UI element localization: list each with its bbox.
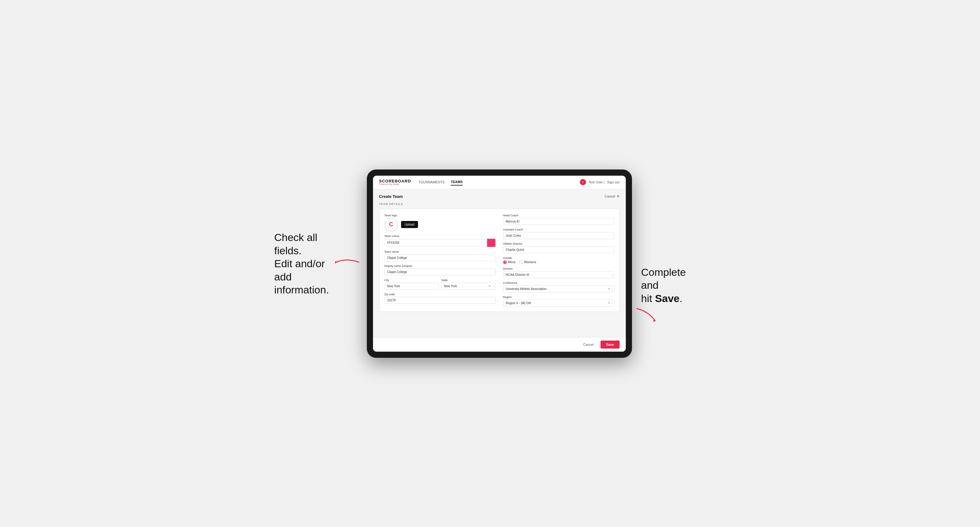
- state-input-wrap: ✕ ⌄: [441, 283, 496, 290]
- asst-coach-label: Assistant Coach: [503, 228, 614, 231]
- save-button[interactable]: Save: [600, 341, 620, 349]
- conference-group: Conference ✕ ⌄: [503, 281, 614, 292]
- conference-controls: ✕ ⌄: [608, 287, 613, 290]
- user-label: Test User |: [589, 180, 605, 184]
- page-title: Create Team: [379, 194, 403, 199]
- region-clear-icon[interactable]: ✕: [608, 302, 610, 305]
- upload-button[interactable]: Upload: [401, 221, 418, 228]
- head-coach-label: Head Coach: [503, 214, 614, 217]
- right-arrow-icon: [633, 305, 658, 324]
- region-select-wrap: ✕ ⌄: [503, 300, 614, 306]
- tablet-screen: SCOREBOARD Powered by clippd TOURNAMENTS…: [373, 176, 626, 352]
- display-name-input[interactable]: [384, 268, 496, 276]
- nav-links: TOURNAMENTS TEAMS: [418, 179, 462, 186]
- asst-coach-input[interactable]: [503, 232, 614, 239]
- display-name-group: Display name (unique): [384, 264, 496, 276]
- logo-preview-row: C Upload: [384, 218, 496, 232]
- header-cancel-btn[interactable]: Cancel ✕: [605, 194, 619, 198]
- zip-label: Zip code: [384, 293, 496, 296]
- logo-circle: C: [384, 218, 398, 232]
- navbar: SCOREBOARD Powered by clippd TOURNAMENTS…: [373, 176, 626, 189]
- brand-title: SCOREBOARD: [379, 179, 411, 183]
- radio-mens-dot: [503, 260, 507, 264]
- team-colour-group: Team colour: [384, 235, 496, 247]
- state-group: State ✕ ⌄: [441, 279, 496, 290]
- nav-tournaments[interactable]: TOURNAMENTS: [418, 179, 444, 185]
- team-colour-input[interactable]: [384, 239, 487, 246]
- city-state-group: City State ✕ ⌄: [384, 279, 496, 290]
- athletic-dir-input[interactable]: [503, 246, 614, 253]
- display-name-label: Display name (unique): [384, 264, 496, 268]
- right-column: Head Coach Assistant Coach Athletic Dire…: [503, 214, 614, 306]
- conference-label: Conference: [503, 281, 614, 284]
- brand-sub: Powered by clippd: [379, 183, 411, 185]
- cancel-button[interactable]: Cancel: [579, 341, 597, 348]
- left-annotation: Check all fields. Edit and/or add inform…: [274, 231, 342, 297]
- state-input[interactable]: [441, 283, 496, 290]
- region-label: Region: [503, 295, 614, 298]
- gender-group: Gender Mens Womens: [503, 256, 614, 264]
- gender-womens-option[interactable]: Womens: [519, 260, 536, 264]
- division-select-wrap: ⌄: [503, 271, 614, 278]
- close-icon: ✕: [617, 194, 620, 198]
- division-label: Division: [503, 267, 614, 270]
- city-group: City: [384, 279, 439, 290]
- left-column: Team logo C Upload Team colo: [384, 214, 496, 306]
- conference-select-wrap: ✕ ⌄: [503, 286, 614, 292]
- main-content: Create Team Cancel ✕ TEAM DETAILS: [373, 189, 626, 337]
- left-arrow-icon: [334, 256, 362, 268]
- brand: SCOREBOARD Powered by clippd: [379, 179, 411, 185]
- region-chevron-icon: ⌄: [611, 302, 613, 305]
- zip-group: Zip code: [384, 293, 496, 304]
- head-coach-group: Head Coach: [503, 214, 614, 225]
- tablet-device: SCOREBOARD Powered by clippd TOURNAMENTS…: [367, 170, 632, 358]
- region-controls: ✕ ⌄: [608, 302, 613, 305]
- head-coach-input[interactable]: [503, 218, 614, 225]
- team-logo-section: Team logo C Upload: [384, 214, 496, 232]
- team-logo-label: Team logo: [384, 214, 496, 217]
- athletic-dir-label: Athletic Director: [503, 242, 614, 245]
- team-name-group: Team name: [384, 250, 496, 261]
- region-group: Region ✕ ⌄: [503, 295, 614, 306]
- right-annotation: Complete and hit Save.: [641, 266, 706, 305]
- state-label: State: [441, 279, 496, 282]
- page-header: Create Team Cancel ✕: [379, 194, 620, 199]
- division-chevron-icon: ⌄: [611, 273, 613, 276]
- team-colour-label: Team colour: [384, 235, 496, 238]
- section-label: TEAM DETAILS: [379, 203, 620, 206]
- form-footer: Cancel Save: [373, 337, 626, 352]
- nav-teams[interactable]: TEAMS: [451, 179, 463, 186]
- form-grid: Team logo C Upload Team colo: [384, 214, 614, 306]
- asst-coach-group: Assistant Coach: [503, 228, 614, 239]
- navbar-left: SCOREBOARD Powered by clippd TOURNAMENTS…: [379, 179, 463, 186]
- conference-input[interactable]: [503, 286, 614, 292]
- conference-clear-icon[interactable]: ✕: [608, 287, 610, 290]
- region-input[interactable]: [503, 300, 614, 306]
- city-label: City: [384, 279, 439, 282]
- conference-chevron-icon: ⌄: [611, 287, 613, 290]
- city-input[interactable]: [384, 283, 439, 290]
- division-group: Division ⌄: [503, 267, 614, 278]
- gender-mens-option[interactable]: Mens: [503, 260, 515, 264]
- navbar-right: T Test User | Sign out: [580, 179, 620, 185]
- radio-womens-dot: [519, 260, 523, 264]
- division-controls: ⌄: [611, 273, 613, 276]
- team-name-label: Team name: [384, 250, 496, 253]
- city-state-row: City State ✕ ⌄: [384, 279, 496, 290]
- sign-out-link[interactable]: Sign out: [607, 180, 619, 184]
- user-avatar: T: [580, 179, 586, 185]
- zip-input[interactable]: [384, 297, 496, 304]
- division-input[interactable]: [503, 271, 614, 278]
- gender-label: Gender: [503, 256, 614, 259]
- athletic-dir-group: Athletic Director: [503, 242, 614, 253]
- colour-swatch[interactable]: [487, 238, 496, 247]
- gender-row: Mens Womens: [503, 260, 614, 264]
- form-container: Team logo C Upload Team colo: [379, 209, 620, 312]
- colour-row: [384, 238, 496, 247]
- state-clear-icon[interactable]: ✕: [488, 284, 491, 287]
- team-name-input[interactable]: [384, 254, 496, 261]
